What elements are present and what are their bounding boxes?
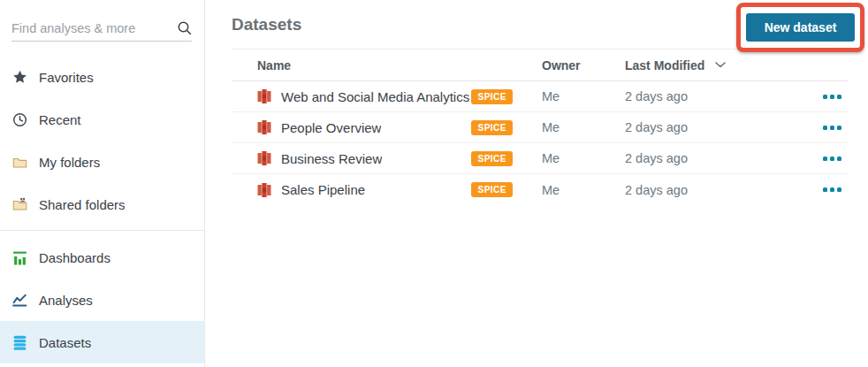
- folder-icon: [12, 155, 27, 170]
- shared-folder-icon: [12, 197, 27, 212]
- sidebar-item-my-folders[interactable]: My folders: [0, 141, 204, 183]
- dashboards-icon: [12, 250, 27, 265]
- row-actions-menu-icon[interactable]: [821, 91, 843, 103]
- dataset-icon: [257, 183, 271, 197]
- sidebar-divider: [0, 230, 204, 231]
- sidebar-item-label: Favorites: [39, 70, 94, 85]
- sidebar-item-analyses[interactable]: Analyses: [0, 279, 204, 321]
- main-content: Datasets New dataset Name Owner Last Mod…: [205, 0, 868, 367]
- row-actions-menu-icon[interactable]: [821, 122, 843, 134]
- sidebar-item-shared-folders[interactable]: Shared folders: [0, 183, 204, 226]
- spice-badge: SPICE: [471, 151, 513, 166]
- sidebar-item-recent[interactable]: Recent: [0, 98, 204, 141]
- row-actions-menu-icon[interactable]: [821, 153, 843, 164]
- quicksight-app: Favorites Recent My folders: [0, 0, 868, 367]
- star-icon: [12, 70, 27, 85]
- sidebar-nav-bottom: Dashboards Analyses: [0, 236, 204, 363]
- sidebar-item-label: Shared folders: [39, 197, 126, 212]
- clock-icon: [12, 112, 27, 127]
- last-modified-cell: 2 days ago: [625, 183, 816, 197]
- last-modified-cell: 2 days ago: [625, 151, 816, 165]
- dataset-name[interactable]: Web and Social Media Analytics: [281, 89, 469, 104]
- owner-cell: Me: [542, 89, 625, 103]
- spice-badge: SPICE: [471, 120, 513, 135]
- dataset-name[interactable]: Business Review: [281, 151, 382, 166]
- sidebar-item-dashboards[interactable]: Dashboards: [0, 236, 204, 279]
- dataset-name[interactable]: Sales Pipeline: [281, 182, 365, 197]
- owner-cell: Me: [542, 183, 625, 197]
- sidebar-item-label: Datasets: [39, 335, 91, 350]
- dataset-icon: [257, 120, 271, 134]
- table-header-row: Name Owner Last Modified: [232, 50, 849, 81]
- sidebar: Favorites Recent My folders: [0, 0, 205, 367]
- sidebar-item-label: Analyses: [39, 293, 93, 308]
- table-row[interactable]: Web and Social Media Analytics SPICE Me …: [232, 81, 849, 112]
- sidebar-item-label: My folders: [39, 155, 100, 170]
- sidebar-item-label: Recent: [39, 112, 81, 127]
- sidebar-nav-top: Favorites Recent My folders: [0, 56, 204, 226]
- table-row[interactable]: Business Review SPICE Me 2 days ago: [232, 143, 849, 174]
- search-icon[interactable]: [177, 20, 193, 36]
- column-header-owner[interactable]: Owner: [542, 58, 625, 73]
- search-input[interactable]: [11, 21, 177, 35]
- last-modified-cell: 2 days ago: [625, 89, 816, 103]
- dataset-icon: [257, 151, 271, 165]
- owner-cell: Me: [542, 120, 625, 134]
- spice-badge: SPICE: [471, 89, 513, 104]
- spice-badge: SPICE: [471, 182, 513, 197]
- datasets-table: Name Owner Last Modified: [232, 49, 849, 205]
- sidebar-item-label: Dashboards: [39, 250, 110, 265]
- analyses-icon: [12, 293, 27, 308]
- dataset-name[interactable]: People Overview: [281, 120, 381, 135]
- search-box: [11, 19, 192, 42]
- last-modified-cell: 2 days ago: [625, 120, 816, 134]
- owner-cell: Me: [542, 151, 625, 165]
- column-header-name[interactable]: Name: [232, 58, 477, 73]
- column-header-last-modified[interactable]: Last Modified: [625, 58, 816, 73]
- row-actions-menu-icon[interactable]: [821, 184, 843, 195]
- new-dataset-button[interactable]: New dataset: [746, 13, 855, 42]
- dataset-icon: [257, 89, 271, 103]
- table-row[interactable]: People Overview SPICE Me 2 days ago: [232, 112, 849, 143]
- sort-chevron-down-icon[interactable]: [715, 62, 726, 68]
- annotation-highlight-box: New dataset: [736, 3, 864, 52]
- datasets-icon: [12, 335, 27, 350]
- table-row[interactable]: Sales Pipeline SPICE Me 2 days ago: [232, 174, 849, 205]
- sidebar-item-datasets[interactable]: Datasets: [0, 321, 204, 363]
- sidebar-item-favorites[interactable]: Favorites: [0, 56, 204, 98]
